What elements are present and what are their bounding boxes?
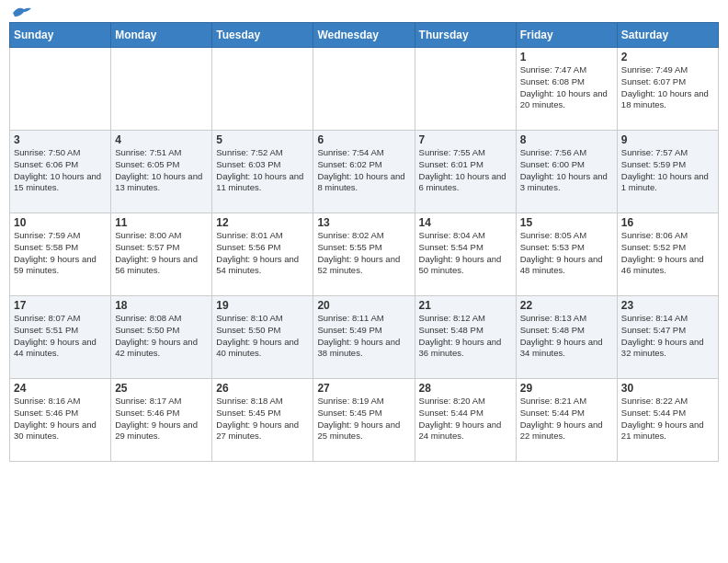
calendar-cell: 27Sunrise: 8:19 AM Sunset: 5:45 PM Dayli… (313, 379, 415, 462)
calendar-cell: 12Sunrise: 8:01 AM Sunset: 5:56 PM Dayli… (212, 213, 313, 296)
day-number: 20 (317, 299, 410, 312)
calendar-cell: 17Sunrise: 8:07 AM Sunset: 5:51 PM Dayli… (10, 296, 111, 379)
calendar-week-2: 3Sunrise: 7:50 AM Sunset: 6:06 PM Daylig… (10, 131, 719, 213)
day-info: Sunrise: 8:21 AM Sunset: 5:44 PM Dayligh… (520, 396, 613, 442)
day-info: Sunrise: 7:59 AM Sunset: 5:58 PM Dayligh… (14, 230, 107, 277)
day-info: Sunrise: 8:01 AM Sunset: 5:56 PM Dayligh… (216, 230, 309, 277)
calendar-cell: 10Sunrise: 7:59 AM Sunset: 5:58 PM Dayli… (10, 213, 111, 296)
day-info: Sunrise: 8:22 AM Sunset: 5:44 PM Dayligh… (621, 396, 714, 442)
day-info: Sunrise: 7:56 AM Sunset: 6:00 PM Dayligh… (520, 147, 613, 194)
day-number: 10 (14, 216, 107, 229)
day-number: 3 (14, 133, 107, 146)
weekday-header-friday: Friday (516, 23, 617, 48)
calendar-cell: 26Sunrise: 8:18 AM Sunset: 5:45 PM Dayli… (212, 379, 313, 462)
calendar-cell (111, 48, 212, 131)
calendar-cell: 16Sunrise: 8:06 AM Sunset: 5:52 PM Dayli… (617, 213, 718, 296)
calendar-cell: 4Sunrise: 7:51 AM Sunset: 6:05 PM Daylig… (111, 131, 212, 213)
calendar-cell: 2Sunrise: 7:49 AM Sunset: 6:07 PM Daylig… (617, 48, 718, 131)
day-info: Sunrise: 7:57 AM Sunset: 5:59 PM Dayligh… (621, 147, 714, 194)
day-info: Sunrise: 8:12 AM Sunset: 5:48 PM Dayligh… (419, 313, 512, 360)
day-number: 25 (115, 382, 208, 395)
day-info: Sunrise: 8:07 AM Sunset: 5:51 PM Dayligh… (14, 313, 107, 360)
page-header (9, 9, 719, 17)
day-number: 22 (520, 299, 613, 312)
day-number: 11 (115, 216, 208, 229)
day-number: 8 (520, 133, 613, 146)
day-info: Sunrise: 7:49 AM Sunset: 6:07 PM Dayligh… (621, 64, 714, 111)
calendar-week-4: 17Sunrise: 8:07 AM Sunset: 5:51 PM Dayli… (10, 296, 719, 379)
day-info: Sunrise: 8:00 AM Sunset: 5:57 PM Dayligh… (115, 230, 208, 277)
day-info: Sunrise: 8:18 AM Sunset: 5:45 PM Dayligh… (216, 396, 309, 442)
day-info: Sunrise: 8:19 AM Sunset: 5:45 PM Dayligh… (317, 396, 410, 442)
calendar-cell: 7Sunrise: 7:55 AM Sunset: 6:01 PM Daylig… (415, 131, 516, 213)
calendar-cell (415, 48, 516, 131)
weekday-header-thursday: Thursday (415, 23, 516, 48)
day-number: 24 (14, 382, 107, 395)
day-number: 16 (621, 216, 714, 229)
day-number: 15 (520, 216, 613, 229)
calendar-cell: 11Sunrise: 8:00 AM Sunset: 5:57 PM Dayli… (111, 213, 212, 296)
calendar-cell: 6Sunrise: 7:54 AM Sunset: 6:02 PM Daylig… (313, 131, 415, 213)
weekday-header-sunday: Sunday (10, 23, 111, 48)
day-number: 30 (621, 382, 714, 395)
day-number: 13 (317, 216, 410, 229)
calendar-cell: 14Sunrise: 8:04 AM Sunset: 5:54 PM Dayli… (415, 213, 516, 296)
calendar-week-5: 24Sunrise: 8:16 AM Sunset: 5:46 PM Dayli… (10, 379, 719, 462)
calendar-cell (313, 48, 415, 131)
day-number: 6 (317, 133, 410, 146)
weekday-header-tuesday: Tuesday (212, 23, 313, 48)
day-number: 2 (621, 51, 714, 63)
day-info: Sunrise: 8:20 AM Sunset: 5:44 PM Dayligh… (419, 396, 512, 442)
day-info: Sunrise: 8:10 AM Sunset: 5:50 PM Dayligh… (216, 313, 309, 360)
day-number: 19 (216, 299, 309, 312)
day-info: Sunrise: 8:16 AM Sunset: 5:46 PM Dayligh… (14, 396, 107, 442)
calendar-cell: 25Sunrise: 8:17 AM Sunset: 5:46 PM Dayli… (111, 379, 212, 462)
calendar-week-3: 10Sunrise: 7:59 AM Sunset: 5:58 PM Dayli… (10, 213, 719, 296)
day-info: Sunrise: 8:13 AM Sunset: 5:48 PM Dayligh… (520, 313, 613, 360)
calendar-cell: 21Sunrise: 8:12 AM Sunset: 5:48 PM Dayli… (415, 296, 516, 379)
day-info: Sunrise: 8:17 AM Sunset: 5:46 PM Dayligh… (115, 396, 208, 442)
day-number: 17 (14, 299, 107, 312)
day-number: 9 (621, 133, 714, 146)
day-number: 4 (115, 133, 208, 146)
day-info: Sunrise: 8:05 AM Sunset: 5:53 PM Dayligh… (520, 230, 613, 277)
calendar-cell (212, 48, 313, 131)
calendar-cell: 28Sunrise: 8:20 AM Sunset: 5:44 PM Dayli… (415, 379, 516, 462)
day-number: 21 (419, 299, 512, 312)
day-info: Sunrise: 8:04 AM Sunset: 5:54 PM Dayligh… (419, 230, 512, 277)
calendar-cell (10, 48, 111, 131)
calendar-week-1: 1Sunrise: 7:47 AM Sunset: 6:08 PM Daylig… (10, 48, 719, 131)
day-number: 23 (621, 299, 714, 312)
day-info: Sunrise: 7:52 AM Sunset: 6:03 PM Dayligh… (216, 147, 309, 194)
calendar-cell: 30Sunrise: 8:22 AM Sunset: 5:44 PM Dayli… (617, 379, 718, 462)
calendar-cell: 8Sunrise: 7:56 AM Sunset: 6:00 PM Daylig… (516, 131, 617, 213)
calendar-cell: 18Sunrise: 8:08 AM Sunset: 5:50 PM Dayli… (111, 296, 212, 379)
day-info: Sunrise: 7:51 AM Sunset: 6:05 PM Dayligh… (115, 147, 208, 194)
calendar-cell: 23Sunrise: 8:14 AM Sunset: 5:47 PM Dayli… (617, 296, 718, 379)
day-number: 29 (520, 382, 613, 395)
weekday-header-monday: Monday (111, 23, 212, 48)
day-info: Sunrise: 8:11 AM Sunset: 5:49 PM Dayligh… (317, 313, 410, 360)
day-info: Sunrise: 8:08 AM Sunset: 5:50 PM Dayligh… (115, 313, 208, 360)
calendar-cell: 13Sunrise: 8:02 AM Sunset: 5:55 PM Dayli… (313, 213, 415, 296)
day-number: 5 (216, 133, 309, 146)
calendar-cell: 22Sunrise: 8:13 AM Sunset: 5:48 PM Dayli… (516, 296, 617, 379)
day-number: 14 (419, 216, 512, 229)
day-info: Sunrise: 7:55 AM Sunset: 6:01 PM Dayligh… (419, 147, 512, 194)
day-info: Sunrise: 8:14 AM Sunset: 5:47 PM Dayligh… (621, 313, 714, 360)
calendar-table: SundayMondayTuesdayWednesdayThursdayFrid… (9, 22, 719, 462)
calendar-cell: 20Sunrise: 8:11 AM Sunset: 5:49 PM Dayli… (313, 296, 415, 379)
day-number: 27 (317, 382, 410, 395)
day-info: Sunrise: 7:54 AM Sunset: 6:02 PM Dayligh… (317, 147, 410, 194)
calendar-cell: 29Sunrise: 8:21 AM Sunset: 5:44 PM Dayli… (516, 379, 617, 462)
day-number: 12 (216, 216, 309, 229)
calendar-cell: 1Sunrise: 7:47 AM Sunset: 6:08 PM Daylig… (516, 48, 617, 131)
weekday-header-wednesday: Wednesday (313, 23, 415, 48)
day-number: 26 (216, 382, 309, 395)
calendar-cell: 24Sunrise: 8:16 AM Sunset: 5:46 PM Dayli… (10, 379, 111, 462)
day-number: 28 (419, 382, 512, 395)
day-info: Sunrise: 7:50 AM Sunset: 6:06 PM Dayligh… (14, 147, 107, 194)
day-info: Sunrise: 8:06 AM Sunset: 5:52 PM Dayligh… (621, 230, 714, 277)
logo-bird-icon (11, 6, 31, 20)
day-number: 1 (520, 51, 613, 63)
